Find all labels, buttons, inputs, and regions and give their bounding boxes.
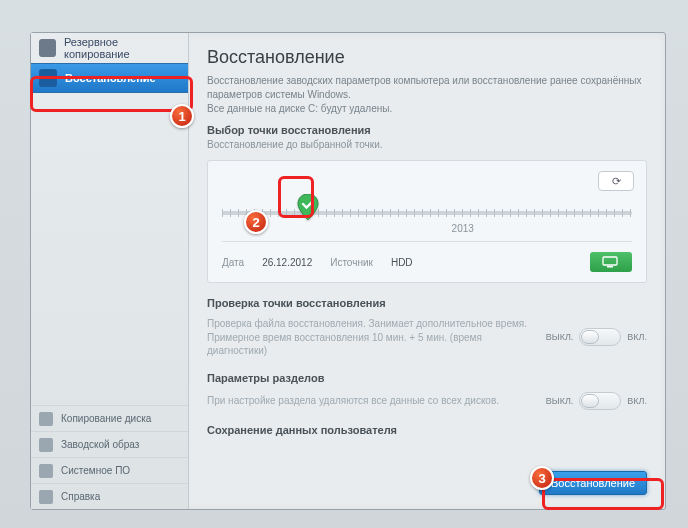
sidebar-item-label: Восстановление: [65, 72, 156, 84]
check-desc: Проверка файла восстановления. Занимает …: [207, 317, 536, 358]
sidebar: Резервное копирование Восстановление Коп…: [31, 33, 189, 509]
source-value: HDD: [391, 257, 413, 268]
restore-button-label: Восстановление: [551, 477, 635, 489]
date-value: 26.12.2012: [262, 257, 312, 268]
sidebar-item-factory-image[interactable]: Заводской образ: [31, 431, 188, 457]
timeline-ticks: [222, 209, 632, 217]
sidebar-item-help[interactable]: Справка: [31, 483, 188, 509]
sidebar-item-label: Системное ПО: [61, 465, 130, 476]
source-label: Источник: [330, 257, 373, 268]
factory-image-icon: [39, 438, 53, 452]
disk-copy-icon: [39, 412, 53, 426]
system-sw-icon: [39, 464, 53, 478]
sidebar-item-label: Резервное копирование: [64, 36, 180, 60]
svg-rect-1: [607, 266, 613, 268]
svg-rect-0: [603, 257, 617, 265]
sidebar-item-label: Заводской образ: [61, 439, 139, 450]
check-toggle-group: ВЫКЛ. ВКЛ.: [546, 328, 647, 346]
restore-point-heading: Выбор точки восстановления: [207, 124, 647, 136]
sidebar-item-restore[interactable]: Восстановление: [31, 63, 188, 93]
partitions-heading: Параметры разделов: [207, 372, 647, 384]
check-toggle[interactable]: [579, 328, 621, 346]
page-warning: Все данные на диске C: будут удалены.: [207, 103, 647, 114]
sidebar-item-label: Справка: [61, 491, 100, 502]
monitor-icon: [602, 256, 620, 268]
timeline-panel: ⟳ 2013 Дата 26.12.2012 Источник HDD: [207, 160, 647, 283]
partitions-toggle[interactable]: [579, 392, 621, 410]
date-label: Дата: [222, 257, 244, 268]
help-icon: [39, 490, 53, 504]
restore-icon: [39, 69, 57, 87]
restore-button[interactable]: Восстановление: [539, 471, 647, 495]
restore-point-meta: Дата 26.12.2012 Источник HDD: [222, 252, 632, 272]
userdata-heading: Сохранение данных пользователя: [207, 424, 647, 436]
backup-icon: [39, 39, 56, 57]
refresh-icon: ⟳: [612, 175, 621, 188]
check-heading: Проверка точки восстановления: [207, 297, 647, 309]
app-window: Резервное копирование Восстановление Коп…: [30, 32, 666, 510]
details-button[interactable]: [590, 252, 632, 272]
partitions-toggle-group: ВЫКЛ. ВКЛ.: [546, 392, 647, 410]
toggle-off-label: ВЫКЛ.: [546, 332, 574, 342]
sidebar-item-disk-copy[interactable]: Копирование диска: [31, 405, 188, 431]
toggle-on-label: ВКЛ.: [627, 396, 647, 406]
sidebar-item-backup[interactable]: Резервное копирование: [31, 33, 188, 63]
restore-point-marker-icon: [297, 194, 319, 222]
timeline-year-label: 2013: [452, 223, 474, 234]
partitions-desc: При настройке раздела удаляются все данн…: [207, 394, 536, 408]
page-subtitle: Восстановление заводских параметров комп…: [207, 74, 647, 101]
timeline-handle[interactable]: [296, 193, 320, 223]
page-title: Восстановление: [207, 47, 647, 68]
restore-point-sub: Восстановление до выбранной точки.: [207, 139, 647, 150]
sidebar-item-system-sw[interactable]: Системное ПО: [31, 457, 188, 483]
main-panel: Восстановление Восстановление заводских …: [189, 33, 665, 509]
toggle-on-label: ВКЛ.: [627, 332, 647, 342]
toggle-off-label: ВЫКЛ.: [546, 396, 574, 406]
timeline-track[interactable]: 2013: [222, 197, 632, 227]
refresh-button[interactable]: ⟳: [598, 171, 634, 191]
sidebar-item-label: Копирование диска: [61, 413, 151, 424]
